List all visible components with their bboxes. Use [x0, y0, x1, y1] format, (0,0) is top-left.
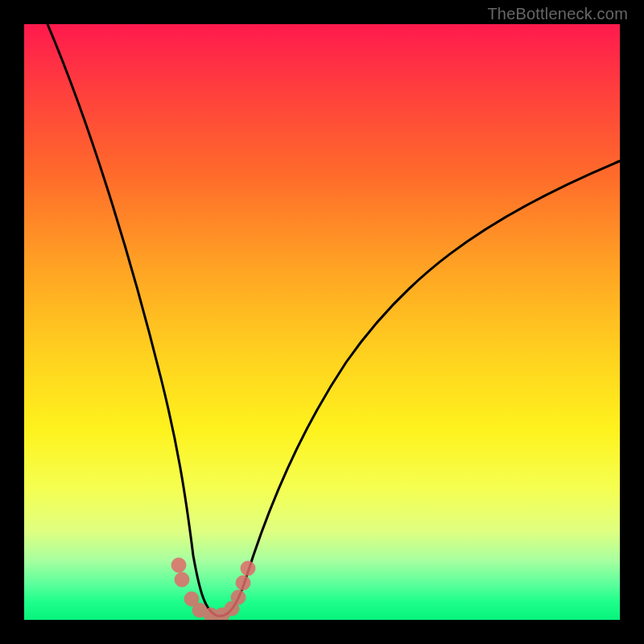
chart-frame: TheBottleneck.com: [0, 0, 644, 644]
curve-layer: [24, 24, 620, 620]
svg-point-1: [175, 572, 189, 587]
svg-point-0: [171, 558, 186, 572]
svg-point-8: [236, 576, 250, 590]
bottleneck-curve: [47, 24, 620, 616]
svg-point-7: [231, 590, 246, 605]
sweet-spot-markers: [171, 558, 255, 620]
credit-text: TheBottleneck.com: [487, 5, 628, 23]
svg-point-9: [241, 561, 255, 576]
plot-area: [24, 24, 620, 620]
